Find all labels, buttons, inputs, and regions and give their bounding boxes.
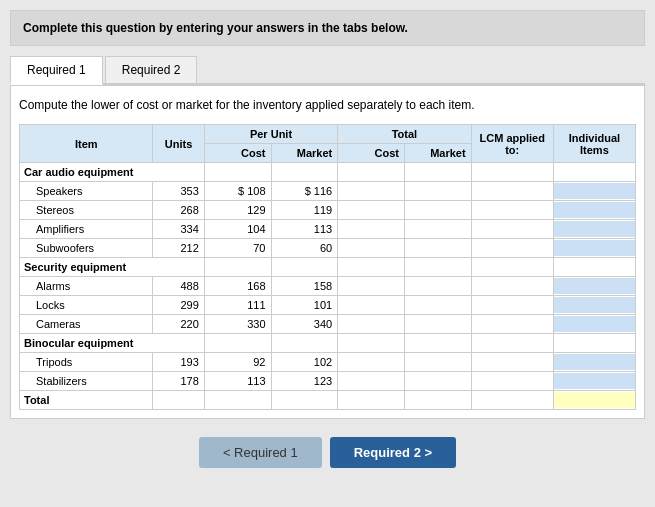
individual-input-cell[interactable] (553, 201, 635, 220)
total-market-input-cell[interactable] (404, 220, 471, 239)
lcm-input-cell[interactable] (471, 315, 553, 334)
lcm-input[interactable] (472, 354, 553, 370)
individual-input-cell[interactable] (553, 372, 635, 391)
item-units: 193 (153, 353, 204, 372)
total-cost-input-cell[interactable] (338, 201, 405, 220)
total-cost-input-cell[interactable] (338, 182, 405, 201)
lcm-input-cell[interactable] (471, 372, 553, 391)
total-cost-input[interactable] (338, 221, 404, 237)
item-name: Tripods (20, 353, 153, 372)
lcm-input[interactable] (472, 316, 553, 332)
item-units: 220 (153, 315, 204, 334)
lcm-input[interactable] (472, 297, 553, 313)
tab-required-2[interactable]: Required 2 (105, 56, 198, 83)
total-cost-input-cell[interactable] (338, 277, 405, 296)
lcm-input[interactable] (472, 202, 553, 218)
individual-input[interactable] (554, 202, 635, 218)
item-name: Speakers (20, 182, 153, 201)
instruction-text: Complete this question by entering your … (10, 10, 645, 46)
individual-input-cell[interactable] (553, 296, 635, 315)
total-cost-input-cell[interactable] (338, 315, 405, 334)
total-cost-input-cell[interactable] (338, 220, 405, 239)
individual-input-cell[interactable] (553, 315, 635, 334)
item-name: Stabilizers (20, 372, 153, 391)
total-market-input-cell[interactable] (404, 353, 471, 372)
individual-input[interactable] (554, 354, 635, 370)
total-market-input[interactable] (405, 373, 471, 389)
cat-lcm-cell (471, 334, 553, 353)
lcm-input-cell[interactable] (471, 239, 553, 258)
lcm-input-cell[interactable] (471, 277, 553, 296)
category-row: Security equipment (20, 258, 636, 277)
lcm-input[interactable] (472, 221, 553, 237)
total-cost-input-cell[interactable] (338, 239, 405, 258)
lcm-input[interactable] (472, 373, 553, 389)
total-cost-input[interactable] (338, 278, 404, 294)
individual-input[interactable] (554, 240, 635, 256)
total-cost-input[interactable] (338, 316, 404, 332)
individual-input-cell[interactable] (553, 182, 635, 201)
col-header-total: Total (338, 125, 471, 144)
lcm-input-cell[interactable] (471, 201, 553, 220)
col-header-item: Item (20, 125, 153, 163)
item-market: 340 (271, 315, 338, 334)
total-cost-sum-cell[interactable] (338, 391, 405, 410)
total-market-input-cell[interactable] (404, 296, 471, 315)
individual-input[interactable] (554, 278, 635, 294)
prev-button[interactable]: < Required 1 (199, 437, 322, 468)
individual-input-cell[interactable] (553, 277, 635, 296)
item-cost: 168 (204, 277, 271, 296)
total-cost-input-cell[interactable] (338, 353, 405, 372)
total-market-input[interactable] (405, 240, 471, 256)
tab-required-1[interactable]: Required 1 (10, 56, 103, 85)
total-market-input[interactable] (405, 297, 471, 313)
individual-input-cell[interactable] (553, 220, 635, 239)
lcm-input[interactable] (472, 240, 553, 256)
total-lcm-cell[interactable] (471, 391, 553, 410)
lcm-input-cell[interactable] (471, 182, 553, 201)
individual-input-cell[interactable] (553, 353, 635, 372)
total-individual-input[interactable] (554, 392, 635, 408)
lcm-input-cell[interactable] (471, 353, 553, 372)
total-cost-input[interactable] (338, 354, 404, 370)
individual-input[interactable] (554, 316, 635, 332)
total-market-input-cell[interactable] (404, 201, 471, 220)
next-button[interactable]: Required 2 > (330, 437, 456, 468)
total-market-input[interactable] (405, 183, 471, 199)
lcm-input[interactable] (472, 183, 553, 199)
total-individual-cell[interactable] (553, 391, 635, 410)
total-lcm-input[interactable] (472, 392, 553, 408)
total-market-input[interactable] (405, 316, 471, 332)
total-market-input[interactable] (405, 354, 471, 370)
total-market-sum-input[interactable] (405, 392, 471, 408)
individual-input[interactable] (554, 373, 635, 389)
total-market-input[interactable] (405, 221, 471, 237)
total-market-input[interactable] (405, 278, 471, 294)
total-cost-input-cell[interactable] (338, 372, 405, 391)
lcm-input-cell[interactable] (471, 296, 553, 315)
total-market-input-cell[interactable] (404, 372, 471, 391)
total-market-input[interactable] (405, 202, 471, 218)
category-name: Security equipment (20, 258, 205, 277)
individual-input[interactable] (554, 183, 635, 199)
item-name: Stereos (20, 201, 153, 220)
individual-input-cell[interactable] (553, 239, 635, 258)
total-cost-input[interactable] (338, 202, 404, 218)
lcm-input-cell[interactable] (471, 220, 553, 239)
total-market-input-cell[interactable] (404, 315, 471, 334)
total-cost-input[interactable] (338, 183, 404, 199)
total-market-input-cell[interactable] (404, 182, 471, 201)
total-cost-input-cell[interactable] (338, 296, 405, 315)
individual-input[interactable] (554, 297, 635, 313)
individual-input[interactable] (554, 221, 635, 237)
item-units: 178 (153, 372, 204, 391)
total-cost-sum-input[interactable] (338, 392, 404, 408)
total-market-input-cell[interactable] (404, 277, 471, 296)
total-cost-input[interactable] (338, 240, 404, 256)
total-market-sum-cell[interactable] (404, 391, 471, 410)
total-cost-input[interactable] (338, 297, 404, 313)
lcm-input[interactable] (472, 278, 553, 294)
total-cost-input[interactable] (338, 373, 404, 389)
item-name: Amplifiers (20, 220, 153, 239)
total-market-input-cell[interactable] (404, 239, 471, 258)
